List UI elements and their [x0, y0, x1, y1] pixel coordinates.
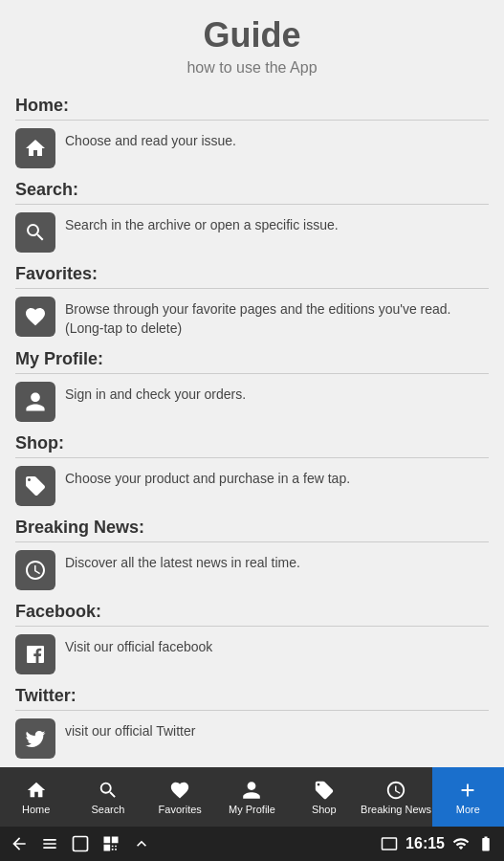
nav-more[interactable]: More: [432, 767, 504, 827]
status-right: 16:15: [381, 835, 494, 852]
section-favorites: Favorites: Browse through your favorite …: [15, 264, 489, 338]
section-breakingnews: Breaking News: Discover all the latest n…: [15, 518, 489, 590]
nav-shop[interactable]: Shop: [288, 767, 360, 827]
tag-icon: [15, 466, 55, 506]
wifi-icon: [452, 835, 470, 852]
status-time: 16:15: [405, 835, 445, 852]
clock-icon: [15, 550, 55, 590]
section-home-row: Choose and read your issue.: [15, 128, 489, 168]
section-myprofile-text: Sign in and check your orders.: [65, 382, 246, 405]
section-twitter: Twitter: visit our official Twitter: [15, 686, 489, 759]
section-search-row: Search in the archive or open a specific…: [15, 212, 489, 253]
section-facebook-text: Visit our official facebook: [65, 634, 212, 657]
section-favorites-row: Browse through your favorite pages and t…: [15, 297, 489, 338]
battery-icon: [477, 835, 494, 852]
nav-myprofile-label: My Profile: [229, 804, 275, 815]
section-search-text: Search in the archive or open a specific…: [65, 212, 339, 235]
nav-favorites[interactable]: Favorites: [144, 767, 216, 827]
section-search: Search: Search in the archive or open a …: [15, 180, 489, 253]
section-home: Home: Choose and read your issue.: [15, 96, 489, 168]
section-shop: Shop: Choose your product and purchase i…: [15, 433, 489, 506]
recents-icon[interactable]: [71, 834, 90, 853]
section-myprofile: My Profile: Sign in and check your order…: [15, 349, 489, 422]
main-content: Guide how to use the App Home: Choose an…: [0, 0, 504, 767]
nav-more-label: More: [456, 804, 480, 815]
section-breakingnews-row: Discover all the latest news in real tim…: [15, 550, 489, 590]
status-left: [10, 834, 151, 853]
section-breakingnews-text: Discover all the latest news in real tim…: [65, 550, 300, 573]
heart-icon: [15, 297, 55, 337]
nav-favorites-label: Favorites: [159, 804, 202, 815]
section-twitter-row: visit our official Twitter: [15, 718, 489, 759]
nav-breakingnews[interactable]: Breaking News: [360, 767, 431, 827]
section-favorites-header: Favorites:: [15, 264, 489, 289]
search-icon: [15, 212, 55, 253]
section-shop-row: Choose your product and purchase in a fe…: [15, 466, 489, 506]
section-shop-header: Shop:: [15, 433, 489, 458]
home-icon: [15, 128, 55, 168]
section-search-header: Search:: [15, 180, 489, 205]
nav-search-label: Search: [91, 804, 124, 815]
section-facebook-row: Visit our official facebook: [15, 634, 489, 674]
section-facebook: Facebook: Visit our official facebook: [15, 602, 489, 674]
section-myprofile-header: My Profile:: [15, 349, 489, 374]
nav-breakingnews-label: Breaking News: [361, 804, 431, 815]
section-breakingnews-header: Breaking News:: [15, 518, 489, 542]
status-bar: 16:15: [0, 827, 504, 861]
up-arrow-icon[interactable]: [132, 834, 151, 853]
menu-icon[interactable]: [101, 834, 121, 853]
page-subtitle: how to use the App: [15, 59, 489, 77]
twitter-icon: [15, 718, 55, 759]
page-title: Guide: [15, 15, 489, 55]
svg-rect-0: [74, 837, 88, 851]
section-home-header: Home:: [15, 96, 489, 121]
section-twitter-text: visit our official Twitter: [65, 718, 195, 741]
section-facebook-header: Facebook:: [15, 602, 489, 627]
nav-shop-label: Shop: [312, 804, 337, 815]
screenshot-icon: [381, 835, 398, 852]
section-myprofile-row: Sign in and check your orders.: [15, 382, 489, 422]
nav-search[interactable]: Search: [72, 767, 143, 827]
nav-home[interactable]: Home: [0, 767, 72, 827]
section-twitter-header: Twitter:: [15, 686, 489, 711]
section-home-text: Choose and read your issue.: [65, 128, 236, 151]
section-shop-text: Choose your product and purchase in a fe…: [65, 466, 350, 489]
facebook-icon: [15, 634, 55, 674]
bottom-nav: Home Search Favorites My Profile Shop Br…: [0, 767, 504, 827]
section-favorites-text: Browse through your favorite pages and t…: [65, 297, 489, 338]
person-icon: [15, 382, 55, 422]
back-icon[interactable]: [10, 834, 29, 853]
nav-myprofile[interactable]: My Profile: [216, 767, 288, 827]
nav-home-label: Home: [22, 804, 50, 815]
status-home-icon[interactable]: [40, 834, 59, 853]
